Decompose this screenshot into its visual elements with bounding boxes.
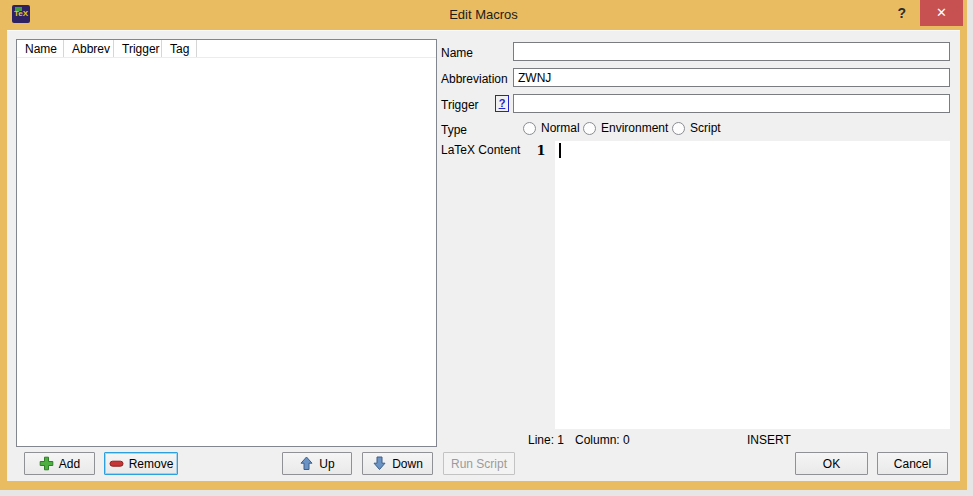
name-input[interactable]: [513, 42, 950, 61]
add-button-label: Add: [59, 457, 80, 471]
desktop: TeX Edit Macros ? ✕ Name Abbrev Trigger …: [0, 0, 973, 496]
name-label: Name: [441, 46, 473, 60]
minus-icon: [109, 456, 124, 471]
help-icon: ?: [499, 97, 506, 109]
titlebar-help-button[interactable]: ?: [897, 5, 906, 21]
run-script-button-label: Run Script: [451, 457, 507, 471]
radio-normal-label: Normal: [541, 121, 580, 135]
radio-environment[interactable]: Environment: [583, 121, 668, 135]
status-column: Column: 0: [575, 433, 630, 447]
arrow-up-icon: [299, 456, 314, 471]
run-script-button: Run Script: [443, 452, 515, 475]
remove-button[interactable]: Remove: [104, 452, 178, 475]
dialog-content: Name Abbrev Trigger Tag Name Abbreviatio…: [7, 30, 960, 481]
arrow-down-icon: [372, 456, 387, 471]
cancel-button[interactable]: Cancel: [877, 452, 948, 475]
close-button[interactable]: ✕: [920, 0, 963, 26]
macro-list-table[interactable]: Name Abbrev Trigger Tag: [16, 39, 437, 447]
column-header-name[interactable]: Name: [17, 40, 64, 57]
status-line: Line: 1: [528, 433, 564, 447]
radio-normal[interactable]: Normal: [523, 121, 580, 135]
trigger-label: Trigger: [441, 98, 479, 112]
radio-environment-label: Environment: [601, 121, 668, 135]
plus-icon: [39, 456, 54, 471]
remove-button-label: Remove: [129, 457, 174, 471]
radio-script[interactable]: Script: [672, 121, 721, 135]
column-header-filler: [197, 40, 436, 57]
down-button[interactable]: Down: [362, 452, 433, 475]
radio-circle-icon: [523, 122, 536, 135]
column-header-abbrev[interactable]: Abbrev: [64, 40, 114, 57]
edit-macros-dialog: TeX Edit Macros ? ✕ Name Abbrev Trigger …: [0, 0, 967, 490]
radio-circle-icon: [583, 122, 596, 135]
add-button[interactable]: Add: [24, 452, 95, 475]
status-insert-mode: INSERT: [747, 433, 791, 447]
latex-content-editor[interactable]: [555, 141, 950, 429]
text-cursor: [559, 143, 561, 158]
cancel-button-label: Cancel: [894, 457, 931, 471]
up-button-label: Up: [319, 457, 334, 471]
trigger-input[interactable]: [513, 94, 950, 113]
column-header-trigger[interactable]: Trigger: [114, 40, 162, 57]
titlebar[interactable]: TeX Edit Macros ? ✕: [0, 0, 967, 30]
close-icon: ✕: [936, 5, 947, 20]
column-header-tag[interactable]: Tag: [162, 40, 197, 57]
latex-content-label: LaTeX Content: [441, 143, 520, 157]
down-button-label: Down: [392, 457, 423, 471]
radio-script-label: Script: [690, 121, 721, 135]
ok-button[interactable]: OK: [795, 452, 868, 475]
editor-line-number: 1: [531, 143, 551, 158]
radio-circle-icon: [672, 122, 685, 135]
dialog-title: Edit Macros: [0, 7, 967, 22]
macro-list-header: Name Abbrev Trigger Tag: [17, 40, 436, 58]
up-button[interactable]: Up: [282, 452, 352, 475]
trigger-help-button[interactable]: ?: [495, 95, 509, 112]
abbreviation-input[interactable]: [513, 68, 950, 87]
type-label: Type: [441, 123, 467, 137]
ok-button-label: OK: [823, 457, 840, 471]
abbreviation-label: Abbreviation: [441, 72, 508, 86]
